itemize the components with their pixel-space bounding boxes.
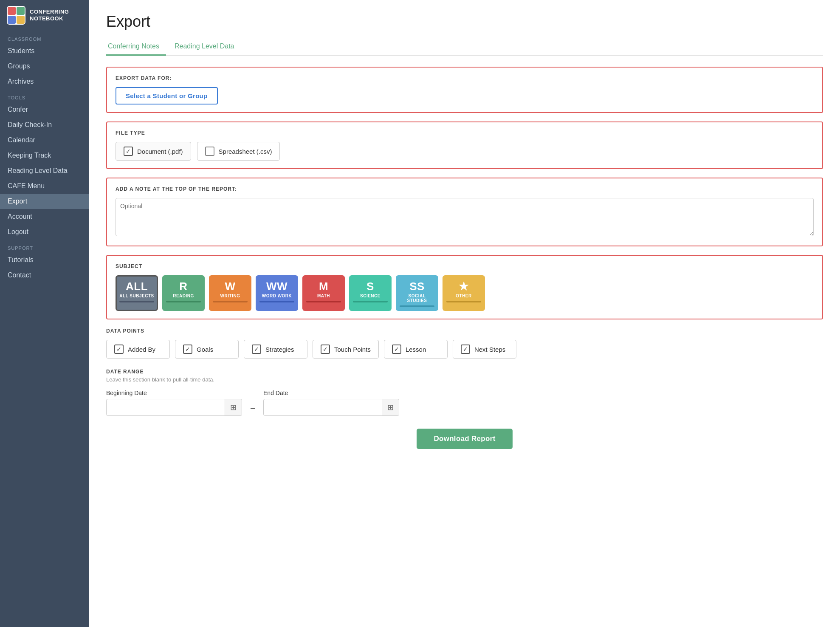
main-content: Export Conferring Notes Reading Level Da… [89,0,840,627]
subject-btn-social-studies[interactable]: SSSOCIAL STUDIES [396,275,438,311]
dp-label-strategies: Strategies [265,346,294,353]
note-section: ADD A NOTE AT THE TOP OF THE REPORT: [106,178,823,246]
sidebar-item-reading-level-data[interactable]: Reading Level Data [0,163,89,178]
beginning-date-input[interactable] [107,400,225,415]
dp-item-strategies[interactable]: ✓Strategies [244,340,307,359]
subject-btn-math[interactable]: MMATH [302,275,345,311]
data-points-grid: ✓Added By✓Goals✓Strategies✓Touch Points✓… [106,340,823,359]
subject-btn-reading[interactable]: RREADING [162,275,205,311]
date-range-title: DATE RANGE [106,369,823,375]
sidebar-item-confer[interactable]: Confer [0,102,89,117]
date-range-hint: Leave this section blank to pull all-tim… [106,376,823,383]
subject-letter-other: ★ [459,281,469,292]
end-date-input[interactable] [264,400,382,415]
subject-btn-word-work[interactable]: WWWORD WORK [256,275,298,311]
dp-checkmark-goals: ✓ [185,346,190,352]
dp-checkbox-added-by[interactable]: ✓ [114,345,124,354]
dp-label-goals: Goals [197,346,213,353]
dp-checkbox-goals[interactable]: ✓ [183,345,192,354]
dp-label-touch-points: Touch Points [334,346,371,353]
sidebar-item-students[interactable]: Students [0,43,89,59]
end-date-col: End Date ⊞ [263,390,399,416]
dp-item-added-by[interactable]: ✓Added By [106,340,170,359]
tab-conferring-notes[interactable]: Conferring Notes [106,39,166,56]
dp-checkbox-strategies[interactable]: ✓ [252,345,261,354]
subject-letter-science: S [366,281,374,292]
subject-underline-math [306,301,341,302]
data-points-section: DATA POINTS ✓Added By✓Goals✓Strategies✓T… [106,328,823,359]
svg-rect-3 [8,16,16,24]
subject-name-math: MATH [317,294,330,298]
beginning-date-calendar-icon[interactable]: ⊞ [225,399,242,415]
subject-underline-all [119,301,154,302]
logo-text: CONFERRING NOTEBOOK [30,8,69,22]
note-textarea[interactable] [116,198,814,236]
dp-checkmark-next-steps: ✓ [463,346,468,352]
logo-icon [7,6,25,25]
subject-underline-other [446,301,481,302]
dp-checkbox-touch-points[interactable]: ✓ [321,345,330,354]
subject-btn-other[interactable]: ★OTHER [443,275,485,311]
tab-reading-level-data[interactable]: Reading Level Data [173,39,241,56]
subject-underline-reading [166,301,201,302]
section-label-tools: TOOLS [0,89,89,102]
sidebar-item-calendar[interactable]: Calendar [0,133,89,148]
tabs-row: Conferring Notes Reading Level Data [106,38,823,56]
select-student-button[interactable]: Select a Student or Group [116,87,218,104]
dp-item-next-steps[interactable]: ✓Next Steps [453,340,516,359]
sidebar-item-keeping-track[interactable]: Keeping Track [0,148,89,163]
file-type-section: FILE TYPE ✓ Document (.pdf) Spreadsheet … [106,121,823,169]
sidebar-item-cafe-menu[interactable]: CAFE Menu [0,178,89,194]
dp-checkbox-next-steps[interactable]: ✓ [461,345,470,354]
end-date-calendar-icon[interactable]: ⊞ [382,399,399,415]
subject-btn-all[interactable]: ALLALL SUBJECTS [116,275,158,311]
csv-checkbox[interactable] [205,147,214,156]
dp-item-lesson[interactable]: ✓Lesson [384,340,448,359]
logo: CONFERRING NOTEBOOK [0,0,89,31]
dp-checkmark-touch-points: ✓ [323,346,328,352]
date-range-section: DATE RANGE Leave this section blank to p… [106,369,823,416]
dp-label-added-by: Added By [128,346,155,353]
pdf-label: Document (.pdf) [137,148,183,155]
subject-label: SUBJECT [116,263,814,269]
sidebar-item-groups[interactable]: Groups [0,59,89,74]
subject-letter-social-studies: SS [409,281,425,292]
subject-btn-science[interactable]: SSCIENCE [349,275,392,311]
file-option-pdf[interactable]: ✓ Document (.pdf) [116,142,191,161]
sidebar-item-account[interactable]: Account [0,209,89,224]
section-label-support: SUPPORT [0,240,89,252]
pdf-checkmark: ✓ [126,148,131,154]
file-type-label: FILE TYPE [116,130,814,136]
svg-rect-2 [17,7,25,15]
subject-underline-science [353,301,388,302]
subject-underline-writing [213,301,248,302]
page-title: Export [106,13,823,31]
subject-underline-word-work [259,301,294,302]
csv-label: Spreadsheet (.csv) [219,148,272,155]
subject-letter-math: M [319,281,328,292]
subject-name-word-work: WORD WORK [262,294,292,298]
subject-btn-writing[interactable]: WWRITING [209,275,251,311]
download-button[interactable]: Download Report [417,429,512,449]
data-points-label: DATA POINTS [106,328,823,334]
subject-letter-word-work: WW [266,281,288,292]
export-data-for-section: EXPORT DATA FOR: Select a Student or Gro… [106,67,823,113]
pdf-checkbox[interactable]: ✓ [124,147,133,156]
sidebar-item-export[interactable]: Export [0,194,89,209]
date-separator: – [251,404,255,412]
dp-checkbox-lesson[interactable]: ✓ [392,345,401,354]
end-date-input-wrap: ⊞ [263,399,399,416]
sidebar-nav: CLASSROOM Students Groups Archives TOOLS… [0,31,89,283]
sidebar-item-logout[interactable]: Logout [0,224,89,240]
file-option-csv[interactable]: Spreadsheet (.csv) [197,142,280,161]
svg-rect-4 [17,16,25,24]
sidebar-item-tutorials[interactable]: Tutorials [0,252,89,268]
dp-item-goals[interactable]: ✓Goals [175,340,239,359]
date-row: Beginning Date ⊞ – End Date ⊞ [106,390,823,416]
end-date-label: End Date [263,390,399,396]
sidebar-item-daily-check-in[interactable]: Daily Check-In [0,117,89,133]
sidebar-item-contact[interactable]: Contact [0,268,89,283]
dp-item-touch-points[interactable]: ✓Touch Points [313,340,379,359]
sidebar-item-archives[interactable]: Archives [0,74,89,89]
subject-letter-writing: W [225,281,235,292]
